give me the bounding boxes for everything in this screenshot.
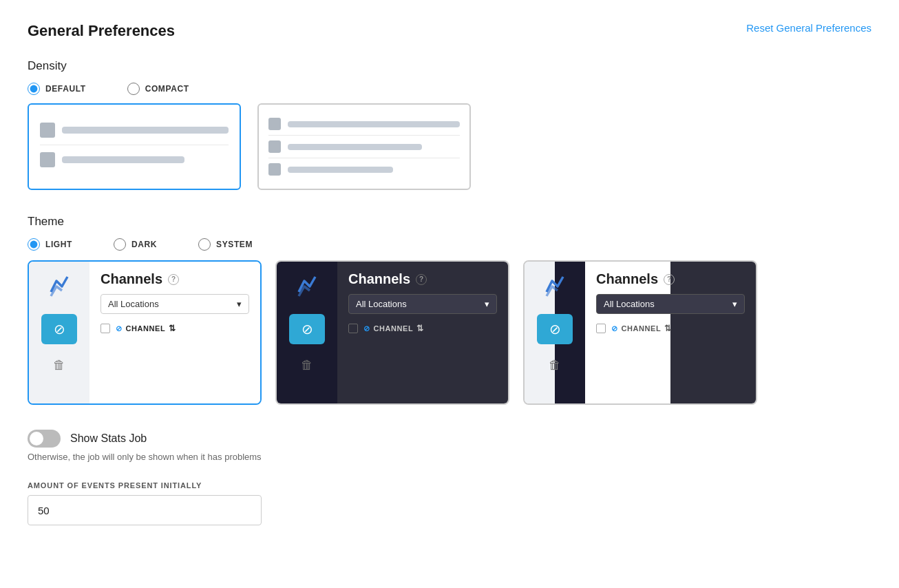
system-heading-text: Channels	[596, 271, 658, 287]
theme-dark-option[interactable]: DARK	[114, 238, 157, 251]
dark-dropdown[interactable]: All Locations ▾	[348, 294, 497, 314]
dark-checkbox[interactable]	[348, 324, 358, 333]
system-sort-icon: ⇅	[664, 324, 672, 333]
light-channel-icon: ⊘	[116, 324, 123, 333]
dark-question-icon: ?	[416, 274, 427, 285]
light-logo	[44, 271, 74, 302]
compact-row-1	[268, 113, 460, 136]
system-checkbox[interactable]	[596, 324, 606, 333]
light-nav-active-icon: ⊘	[54, 321, 65, 337]
theme-label: Theme	[28, 215, 871, 229]
light-sidebar: ⊘ 🗑	[29, 262, 89, 403]
preview-row-2	[40, 145, 229, 174]
events-input[interactable]	[28, 495, 262, 525]
dark-channel-label: ⊘ CHANNEL ⇅	[363, 324, 424, 333]
theme-system-card: ⊘ 🗑 Channels ? All Locations	[523, 260, 757, 405]
light-heading-text: Channels	[101, 271, 162, 287]
preview-box-2	[40, 152, 55, 167]
system-question-icon: ?	[664, 274, 675, 285]
light-channel-label: ⊘ CHANNEL ⇅	[116, 324, 176, 333]
stats-hint: Otherwise, the job will only be shown wh…	[28, 452, 871, 462]
dark-logo	[292, 271, 322, 302]
dark-channel-text: CHANNEL	[374, 324, 414, 333]
system-dropdown[interactable]: All Locations ▾	[596, 294, 745, 314]
density-default-option[interactable]: DEFAULT	[28, 83, 86, 95]
theme-section: Theme LIGHT DARK SYSTEM	[28, 215, 871, 405]
theme-light-option[interactable]: LIGHT	[28, 238, 72, 251]
stats-section: Show Stats Job Otherwise, the job will o…	[28, 430, 871, 462]
dark-sidebar: ⊘ 🗑	[277, 262, 337, 403]
system-channel-icon: ⊘	[611, 324, 618, 333]
density-compact-label: COMPACT	[145, 84, 189, 94]
light-main: Channels ? All Locations ▾ ⊘ CHANNEL ⇅	[89, 262, 260, 403]
system-table-header: ⊘ CHANNEL ⇅	[596, 321, 745, 333]
page-title: General Preferences	[28, 22, 175, 40]
dark-dropdown-chevron: ▾	[485, 299, 489, 309]
light-checkbox[interactable]	[101, 324, 110, 333]
compact-line-3	[288, 167, 393, 173]
light-nav-active: ⊘	[41, 314, 77, 344]
stats-label: Show Stats Job	[70, 432, 147, 445]
compact-box-3	[268, 163, 281, 176]
system-nav-inactive-icon: 🗑	[549, 358, 561, 372]
theme-previews: ⊘ 🗑 Channels ? All Locations ▾	[28, 260, 871, 405]
compact-line-2	[288, 144, 422, 150]
events-label: AMOUNT OF EVENTS PRESENT INITIALLY	[28, 481, 871, 490]
density-compact-radio[interactable]	[127, 83, 140, 95]
preview-line-2	[62, 156, 184, 163]
compact-line-1	[288, 121, 460, 127]
compact-row-3	[268, 158, 460, 180]
light-nav-inactive-icon: 🗑	[53, 358, 65, 372]
density-default-preview	[28, 103, 241, 190]
light-dropdown[interactable]: All Locations ▾	[101, 294, 249, 314]
dark-nav-active: ⊘	[289, 314, 325, 344]
preview-box-1	[40, 123, 55, 138]
light-table-header: ⊘ CHANNEL ⇅	[101, 321, 249, 333]
density-label: Density	[28, 59, 871, 73]
system-channel-text: CHANNEL	[622, 324, 662, 333]
system-nav-active: ⊘	[537, 314, 573, 344]
system-nav-active-icon: ⊘	[549, 321, 561, 337]
density-radio-row: DEFAULT COMPACT	[28, 83, 871, 95]
system-heading: Channels ?	[596, 271, 745, 287]
events-section: AMOUNT OF EVENTS PRESENT INITIALLY	[28, 481, 871, 525]
dark-main: Channels ? All Locations ▾ ⊘ CHANNEL ⇅	[337, 262, 508, 403]
theme-light-radio[interactable]	[28, 238, 40, 251]
theme-system-option[interactable]: SYSTEM	[198, 238, 253, 251]
dark-table-header: ⊘ CHANNEL ⇅	[348, 321, 497, 333]
system-main: Channels ? All Locations ▾ ⊘ CHANNEL ⇅	[585, 262, 756, 403]
system-channel-label: ⊘ CHANNEL ⇅	[611, 324, 672, 333]
light-dropdown-chevron: ▾	[237, 299, 242, 309]
light-question-icon: ?	[168, 274, 179, 285]
reset-preferences-link[interactable]: Reset General Preferences	[746, 22, 871, 34]
density-default-radio[interactable]	[28, 83, 40, 95]
density-section: Density DEFAULT COMPACT	[28, 59, 871, 190]
light-dropdown-text: All Locations	[108, 299, 159, 309]
light-heading: Channels ?	[101, 271, 249, 287]
theme-light-card: ⊘ 🗑 Channels ? All Locations ▾	[28, 260, 262, 405]
light-nav-inactive: 🗑	[41, 350, 77, 380]
preview-line-1	[62, 127, 229, 134]
compact-row-2	[268, 136, 460, 158]
dark-nav-active-icon: ⊘	[302, 321, 313, 337]
density-compact-option[interactable]: COMPACT	[127, 83, 189, 95]
light-sort-icon: ⇅	[169, 324, 176, 333]
stats-toggle[interactable]	[28, 430, 61, 448]
system-sidebar: ⊘ 🗑	[525, 262, 585, 403]
system-dropdown-chevron: ▾	[732, 299, 737, 309]
theme-dark-label: DARK	[131, 240, 157, 249]
system-nav-inactive: 🗑	[537, 350, 573, 380]
stats-toggle-row: Show Stats Job	[28, 430, 871, 448]
system-dropdown-text: All Locations	[604, 299, 655, 309]
dark-dropdown-text: All Locations	[356, 299, 407, 309]
theme-dark-card: ⊘ 🗑 Channels ? All Locations ▾	[275, 260, 509, 405]
theme-dark-radio[interactable]	[114, 238, 126, 251]
compact-box-2	[268, 140, 281, 153]
theme-system-label: SYSTEM	[216, 240, 253, 249]
dark-sort-icon: ⇅	[416, 324, 424, 333]
theme-system-radio[interactable]	[198, 238, 211, 251]
preview-row-1	[40, 116, 229, 145]
theme-light-label: LIGHT	[45, 240, 72, 249]
dark-nav-inactive: 🗑	[289, 350, 325, 380]
dark-channel-icon: ⊘	[363, 324, 370, 333]
